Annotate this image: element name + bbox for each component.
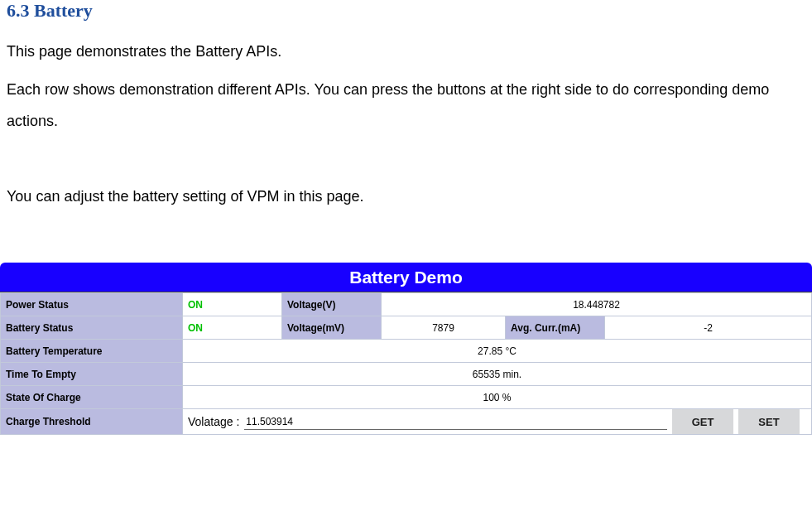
value-time-to-empty: 65535 min. [183,363,812,386]
value-avg-curr: -2 [605,316,812,340]
intro-paragraph-2: Each row shows demonstration different A… [7,75,805,138]
value-battery-status: ON [183,316,282,340]
label-time-to-empty: Time To Empty [1,363,183,386]
table-row: Time To Empty 65535 min. [1,363,812,386]
section-heading: 6.3 Battery [7,0,805,22]
table-row: State Of Charge 100 % [1,386,812,409]
label-avg-curr: Avg. Curr.(mA) [506,316,605,340]
label-power-status: Power Status [1,293,183,316]
label-charge-threshold: Charge Threshold [1,409,183,435]
label-battery-status: Battery Status [1,316,183,340]
intro-paragraph-3: You can adjust the battery setting of VP… [7,181,805,213]
label-voltage-v: Voltage(V) [282,293,382,316]
label-state-of-charge: State Of Charge [1,386,183,409]
intro-paragraph-1: This page demonstrates the Battery APIs. [7,36,805,68]
value-state-of-charge: 100 % [183,386,812,409]
set-button[interactable]: SET [738,409,800,434]
table-row: Battery Status ON Voltage(mV) 7879 Avg. … [1,316,812,340]
value-power-status: ON [183,293,282,316]
table-row: Power Status ON Voltage(V) 18.448782 [1,293,812,316]
battery-demo-panel: Battery Demo Power Status ON Voltage(V) … [0,263,812,435]
value-voltage-v: 18.448782 [382,293,812,316]
table-row: Charge Threshold Volatage : GET SET [1,409,812,435]
value-battery-temp: 27.85 °C [183,340,812,363]
value-voltage-mv: 7879 [382,316,506,340]
table-row: Battery Temperature 27.85 °C [1,340,812,363]
get-button[interactable]: GET [672,409,733,434]
label-voltage-mv: Voltage(mV) [282,316,382,340]
label-battery-temp: Battery Temperature [1,340,183,363]
volatage-label: Volatage : [188,415,239,428]
threshold-input[interactable] [244,414,667,430]
battery-table: Power Status ON Voltage(V) 18.448782 Bat… [0,292,812,435]
panel-title: Battery Demo [0,263,812,292]
charge-threshold-cell: Volatage : GET SET [183,409,812,435]
